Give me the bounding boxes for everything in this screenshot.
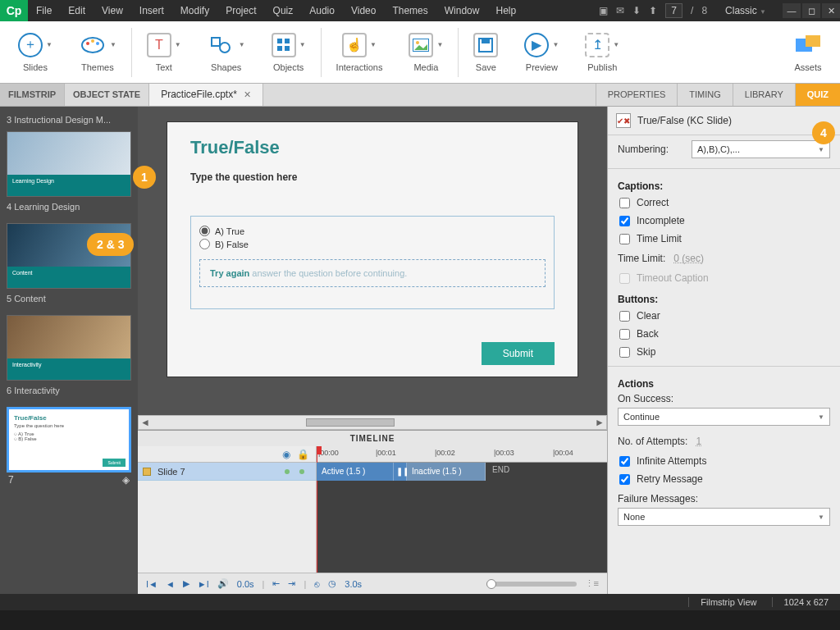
lock-icon[interactable]: 🔒 xyxy=(297,449,309,460)
answers-box[interactable]: A) True B) False Try again answer the qu… xyxy=(190,216,555,309)
tl-first-icon[interactable]: I◄ xyxy=(146,579,158,589)
close-icon[interactable]: ✕ xyxy=(244,84,251,106)
minimize-button[interactable]: — xyxy=(783,3,801,18)
menu-quiz[interactable]: Quiz xyxy=(265,0,302,21)
ribbon-assets[interactable]: Assets xyxy=(783,30,833,75)
quiz-title[interactable]: True/False xyxy=(190,137,555,158)
failure-select[interactable]: None▼ xyxy=(618,508,830,526)
tab-quiz[interactable]: QUIZ xyxy=(795,84,840,106)
zoom-slider[interactable] xyxy=(486,582,577,587)
pause-icon: ❚❚ xyxy=(394,463,407,481)
actions-section: Actions xyxy=(608,372,840,391)
tl-next-icon[interactable]: ►I xyxy=(198,579,209,589)
submit-button[interactable]: Submit xyxy=(482,342,555,365)
menu-insert[interactable]: Insert xyxy=(131,0,172,21)
onsuccess-select[interactable]: Continue▼ xyxy=(618,408,830,426)
timeline-panel: TIMELINE ◉ 🔒 Slide 7 |00:00 xyxy=(138,430,607,594)
document-tab[interactable]: PracticeFile.cptx* ✕ xyxy=(149,84,263,106)
question-text[interactable]: Type the question here xyxy=(190,171,555,183)
title-bar: Cp File Edit View Insert Modify Project … xyxy=(0,0,840,21)
download-icon[interactable]: ⬇ xyxy=(632,5,641,16)
upload-icon[interactable]: ⬆ xyxy=(649,5,657,16)
svg-point-2 xyxy=(91,39,94,43)
menu-audio[interactable]: Audio xyxy=(301,0,343,21)
tab-object-state[interactable]: OBJECT STATE xyxy=(65,84,149,106)
slide-label: 3 Instructional Design M... xyxy=(7,110,131,131)
menu-modify[interactable]: Modify xyxy=(172,0,217,21)
tl-prev-icon[interactable]: ◄ xyxy=(166,579,175,589)
ribbon-preview[interactable]: ▶▼ Preview xyxy=(513,30,570,75)
tab-filmstrip[interactable]: FILMSTRIP xyxy=(0,84,65,106)
slide-number: 7 xyxy=(8,474,14,486)
chk-clear[interactable]: Clear xyxy=(608,307,840,325)
tl-audio-icon[interactable]: 🔊 xyxy=(217,578,229,589)
ribbon-objects[interactable]: ▼ Objects xyxy=(260,30,317,75)
tl-marker-out-icon[interactable]: ⇥ xyxy=(288,578,295,589)
slide-stage[interactable]: True/False Type the question here A) Tru… xyxy=(167,121,578,377)
radio-false[interactable] xyxy=(199,239,210,249)
timelimit-value[interactable]: 0 (sec) xyxy=(673,253,704,264)
menu-file[interactable]: File xyxy=(28,0,60,21)
ribbon-text[interactable]: T▼ Text xyxy=(135,30,193,75)
close-button[interactable]: ✕ xyxy=(822,3,840,18)
tl-total: 3.0s xyxy=(345,579,362,589)
tl-menu-icon[interactable]: ⋮≡ xyxy=(585,578,599,589)
maximize-button[interactable]: ◻ xyxy=(802,3,820,18)
segment-active[interactable]: Active (1.5 ) xyxy=(317,463,394,481)
slide-thumb-4[interactable]: Learning Design 4 Learning Design xyxy=(7,131,131,218)
tryagain-caption[interactable]: Try again answer the question before con… xyxy=(199,259,546,287)
slide-thumb-6[interactable]: Interactivity 6 Interactivity xyxy=(7,315,131,402)
menu-video[interactable]: Video xyxy=(343,0,384,21)
tab-timing[interactable]: TIMING xyxy=(677,84,733,106)
callout-4: 4 xyxy=(812,121,835,144)
timeline-footer: I◄ ◄ ▶ ►I 🔊 0.0s | ⇤ ⇥ | ⎋ ◷ 3.0s ⋮≡ xyxy=(138,573,607,594)
svg-rect-4 xyxy=(212,38,220,46)
answer-true[interactable]: A) True xyxy=(199,226,546,236)
menu-project[interactable]: Project xyxy=(217,0,264,21)
svg-point-11 xyxy=(416,41,419,44)
ribbon-media[interactable]: ▼ Media xyxy=(397,30,454,75)
quiz-panel: ✔✖ True/False (KC Slide) 4 Numbering: A)… xyxy=(607,107,840,594)
ribbon-interactions[interactable]: ☝▼ Interactions xyxy=(325,30,395,75)
master-icon[interactable]: ◈ xyxy=(122,474,130,486)
chk-correct[interactable]: Correct xyxy=(608,194,840,212)
menu-help[interactable]: Help xyxy=(487,0,524,21)
ribbon-save[interactable]: Save xyxy=(462,30,509,75)
svg-point-1 xyxy=(86,42,89,45)
chk-retry[interactable]: Retry Message xyxy=(608,470,840,488)
workspace-dropdown[interactable]: Classic ▼ xyxy=(715,5,776,16)
chk-back[interactable]: Back xyxy=(608,325,840,343)
tab-library[interactable]: LIBRARY xyxy=(733,84,795,106)
timeline-row-slide[interactable]: Slide 7 xyxy=(138,463,316,481)
answer-false[interactable]: B) False xyxy=(199,239,546,249)
chk-skip[interactable]: Skip xyxy=(608,343,840,361)
menu-view[interactable]: View xyxy=(94,0,131,21)
chk-incomplete[interactable]: Incomplete xyxy=(608,212,840,230)
radio-true[interactable] xyxy=(199,226,210,236)
horizontal-scrollbar[interactable]: ◄► xyxy=(138,415,607,430)
numbering-select[interactable]: A),B),C),...▼ xyxy=(692,140,830,158)
attempts-value[interactable]: 1 xyxy=(696,436,701,447)
tab-properties[interactable]: PROPERTIES xyxy=(596,84,678,106)
menu-window[interactable]: Window xyxy=(436,0,488,21)
eye-icon[interactable]: ◉ xyxy=(282,449,290,460)
tl-marker-in-icon[interactable]: ⇤ xyxy=(272,578,280,589)
mail-icon[interactable]: ✉ xyxy=(616,5,624,16)
slide-thumb-7[interactable]: True/False Type the question here ○ A) T… xyxy=(7,407,131,487)
svg-rect-7 xyxy=(285,39,290,43)
ribbon-slides[interactable]: ＋▼ Slides xyxy=(7,30,64,75)
ribbon-shapes[interactable]: ▼ Shapes xyxy=(196,30,257,75)
timeline-track[interactable]: |00:00 |00:01 |00:02 |00:03 |00:04 Activ… xyxy=(317,446,607,573)
segment-inactive[interactable]: Inactive (1.5 ) xyxy=(407,463,486,481)
menu-themes[interactable]: Themes xyxy=(384,0,436,21)
tl-snap-icon[interactable]: ⎋ xyxy=(314,579,320,589)
menu-edit[interactable]: Edit xyxy=(60,0,94,21)
ribbon-publish[interactable]: ↥▼ Publish xyxy=(573,30,631,75)
chk-timelimit[interactable]: Time Limit xyxy=(608,230,840,248)
layout-icon[interactable]: ▣ xyxy=(599,5,608,16)
quiz-name: True/False (KC Slide) xyxy=(637,115,732,126)
timelimit-label: Time Limit: xyxy=(618,253,665,264)
tl-play-icon[interactable]: ▶ xyxy=(183,578,189,589)
chk-infinite[interactable]: Infinite Attempts xyxy=(608,452,840,470)
ribbon-themes[interactable]: ▼ Themes xyxy=(67,30,128,75)
